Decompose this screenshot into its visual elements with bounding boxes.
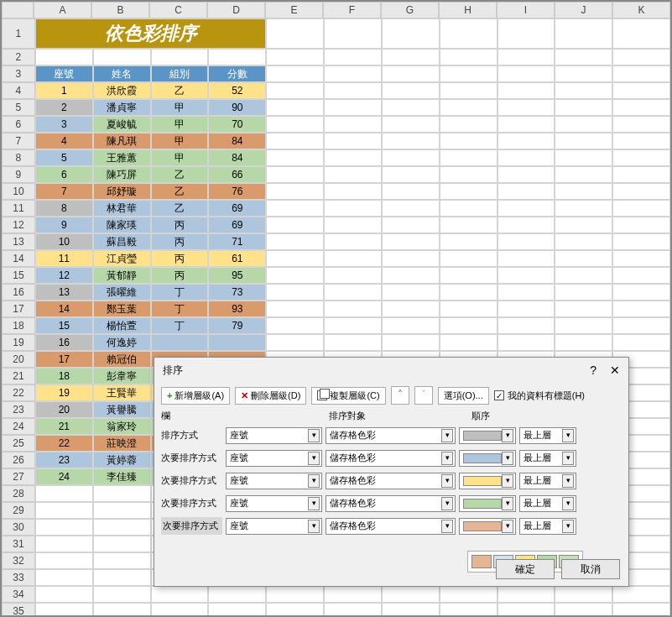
cell-seat[interactable]: 21 [35, 418, 93, 435]
cell[interactable] [440, 301, 497, 317]
cell[interactable] [266, 200, 324, 217]
row-header[interactable]: 21 [2, 368, 35, 384]
cell-name[interactable]: 夏峻毓 [93, 116, 151, 133]
cell[interactable] [208, 586, 266, 603]
close-icon[interactable]: ✕ [610, 363, 620, 377]
cell[interactable] [382, 116, 440, 133]
has-header-checkbox[interactable]: ✓我的資料有標題(H) [494, 390, 585, 402]
cell-seat[interactable]: 5 [35, 149, 93, 166]
cell[interactable] [555, 317, 612, 334]
cell[interactable] [324, 603, 382, 617]
cell[interactable] [382, 217, 440, 233]
cell-score[interactable]: 69 [208, 200, 266, 217]
cell[interactable] [93, 586, 151, 603]
cell-group[interactable]: 乙 [151, 200, 209, 217]
cell-seat[interactable]: 4 [35, 133, 93, 149]
cell-name[interactable]: 洪欣霞 [93, 82, 151, 99]
cell[interactable] [612, 116, 670, 133]
cell[interactable] [555, 334, 612, 351]
cell[interactable] [382, 149, 440, 166]
cell[interactable] [497, 200, 555, 217]
row-header[interactable]: 24 [2, 418, 35, 435]
cell[interactable] [382, 82, 440, 99]
cell-name[interactable]: 李佳臻 [93, 468, 151, 485]
col-header-H[interactable]: H [439, 2, 497, 18]
cell-score[interactable]: 90 [208, 99, 266, 116]
combo-c2[interactable]: 儲存格色彩▾ [326, 473, 456, 489]
cell[interactable] [324, 65, 382, 82]
row-header[interactable]: 18 [2, 317, 35, 334]
cell[interactable] [35, 586, 93, 603]
cell[interactable] [497, 116, 555, 133]
cell[interactable] [324, 233, 382, 250]
cell-name[interactable]: 陳巧屏 [93, 166, 151, 183]
cell[interactable] [382, 284, 440, 301]
cell[interactable] [266, 267, 324, 284]
combo-c1[interactable]: 座號▾ [226, 473, 322, 489]
cell[interactable] [440, 49, 497, 65]
cell[interactable] [555, 301, 612, 317]
row-header[interactable]: 33 [2, 569, 35, 586]
cell[interactable] [440, 217, 497, 233]
row-header[interactable]: 7 [2, 133, 35, 149]
cell-name[interactable]: 陳家瑛 [93, 217, 151, 233]
cell[interactable] [382, 233, 440, 250]
cell[interactable] [497, 166, 555, 183]
cell[interactable] [266, 166, 324, 183]
cell[interactable] [324, 116, 382, 133]
cell[interactable] [555, 603, 612, 617]
title-cell[interactable]: 依色彩排序 [35, 18, 266, 49]
cell-seat[interactable]: 6 [35, 166, 93, 183]
cell-seat[interactable]: 22 [35, 435, 93, 452]
cell-name[interactable]: 黃婷蓉 [93, 452, 151, 468]
cell-group[interactable]: 甲 [151, 133, 209, 149]
cell[interactable] [35, 569, 93, 586]
cell-name[interactable]: 蘇昌毅 [93, 233, 151, 250]
cell[interactable] [440, 267, 497, 284]
cell[interactable] [208, 49, 266, 65]
combo-c3[interactable]: ▾ [459, 495, 516, 512]
col-header-A[interactable]: A [34, 2, 91, 18]
cell[interactable] [612, 166, 670, 183]
cell[interactable] [440, 334, 497, 351]
cell[interactable] [497, 250, 555, 267]
cell[interactable] [324, 99, 382, 116]
ok-button[interactable]: 確定 [496, 559, 555, 579]
cell[interactable] [382, 133, 440, 149]
cell[interactable] [497, 317, 555, 334]
cell-seat[interactable]: 10 [35, 233, 93, 250]
cell[interactable] [497, 603, 555, 617]
cell-name[interactable]: 鄭玉葉 [93, 301, 151, 317]
combo-c3[interactable]: ▾ [459, 427, 516, 444]
cell[interactable] [266, 149, 324, 166]
cell[interactable] [35, 485, 93, 502]
col-header-J[interactable]: J [555, 2, 612, 18]
cell-seat[interactable]: 24 [35, 468, 93, 485]
cell-group[interactable]: 甲 [151, 99, 209, 116]
cell-name[interactable]: 林君華 [93, 200, 151, 217]
cell[interactable] [612, 267, 670, 284]
cell[interactable] [612, 284, 670, 301]
cell-name[interactable]: 賴冠伯 [93, 351, 151, 368]
cell[interactable] [440, 65, 497, 82]
cell[interactable] [382, 18, 440, 49]
row-header[interactable]: 35 [2, 603, 35, 617]
cell-score[interactable]: 52 [208, 82, 266, 99]
combo-c1[interactable]: 座號▾ [226, 450, 322, 467]
col-header-I[interactable]: I [497, 2, 555, 18]
cell[interactable] [266, 183, 324, 200]
cell[interactable] [612, 334, 670, 351]
cell[interactable] [266, 250, 324, 267]
cell[interactable] [324, 49, 382, 65]
cell-name[interactable]: 邱妤璇 [93, 183, 151, 200]
cell[interactable] [555, 18, 612, 49]
cell[interactable] [266, 82, 324, 99]
cell[interactable] [440, 233, 497, 250]
cell-name[interactable]: 彭韋寧 [93, 368, 151, 384]
cell[interactable] [93, 519, 151, 536]
cell-group[interactable]: 甲 [151, 116, 209, 133]
cell-group[interactable]: 丙 [151, 267, 209, 284]
cell-name[interactable]: 江貞瑩 [93, 250, 151, 267]
table-header[interactable]: 座號 [35, 65, 93, 82]
cell[interactable] [440, 99, 497, 116]
